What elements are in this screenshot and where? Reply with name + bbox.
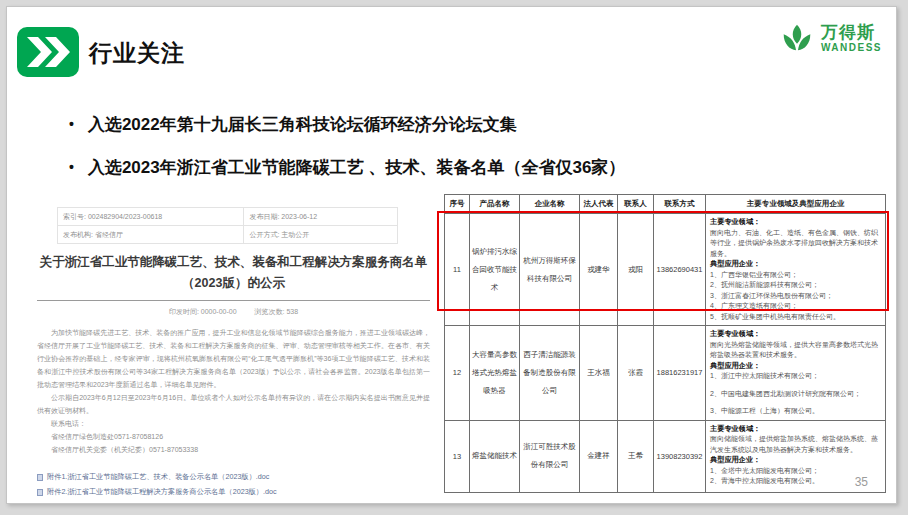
- table-row: 12 大容量高参数塔式光热熔盐吸热器 西子清洁能源装备制造股份有限公司 王水福 …: [445, 326, 886, 421]
- cell-phone: 13862690431: [654, 214, 706, 326]
- attachment-text: 附件2.浙江省工业节能降碳工程解决方案服务商公示名单（2023版）.doc: [47, 487, 277, 497]
- col-header-company: 企业名称: [520, 195, 580, 214]
- listing-table-panel: 序号 产品名称 企业名称 法人代表 联系人 联系方式 主要专业领域及典型应用企业…: [444, 194, 885, 493]
- apps-label: 典型应用企业：: [710, 455, 881, 466]
- document-info-line: 印发时间: 0000-00-00 浏览次数: 538: [37, 307, 430, 317]
- attachment-link-1: 附件1.浙江省工业节能降碳工艺、技术、装备公示名单（2023版）.doc: [37, 472, 430, 482]
- bullet-text: 入选2022年第十九届长三角科技论坛循环经济分论坛文集: [88, 113, 517, 136]
- table-header-row: 序号 产品名称 企业名称 法人代表 联系人 联系方式 主要专业领域及典型应用企业: [445, 195, 886, 214]
- cell-details: 主要专业领域： 面向光热熔盐储能等领域，提供大容量高参数塔式光热熔盐吸热器装置和…: [706, 326, 886, 421]
- app-item: 5、抚顺矿业集团中机热电有限责任公司。: [710, 312, 881, 323]
- table-row: 13 熔盐储能技术 浙江可胜技术股份有限公司 金建祥 王希 1390823039…: [445, 420, 886, 492]
- bullet-dot: •: [69, 113, 74, 136]
- attachment-list: 附件1.浙江省工业节能降碳工艺、技术、装备公示名单（2023版）.doc 附件2…: [37, 472, 430, 497]
- attachment-link-2: 附件2.浙江省工业节能降碳工程解决方案服务商公示名单（2023版）.doc: [37, 487, 430, 497]
- cell-contact: 张霞: [618, 326, 654, 421]
- slide-card: 行业关注 万得斯 WANDESS • 入选2022年第十九届长三角科技论坛循环经…: [6, 6, 897, 504]
- divider: [37, 300, 430, 301]
- meta-publish-mode: 公开方式: 主动公开: [244, 226, 397, 244]
- domain-text: 面向电力、石油、化工、造纸、有色金属、钢铁、纺织等行业，提供锅炉余热废水零排放回…: [710, 228, 881, 260]
- cell-phone: 13908230392: [654, 420, 706, 492]
- col-header-legal: 法人代表: [580, 195, 618, 214]
- apps-label: 典型应用企业：: [710, 361, 881, 372]
- cell-company: 浙江可胜技术股份有限公司: [520, 420, 580, 492]
- col-header-details: 主要专业领域及典型应用企业: [706, 195, 886, 214]
- cell-contact: 王希: [618, 420, 654, 492]
- brand-logo: 万得斯 WANDESS: [778, 19, 882, 57]
- cell-product: 锅炉排污水综合回收节能技术: [470, 214, 520, 326]
- announcement-document: 索引号: 002482904/2023-00618 发布日期: 2023-06-…: [37, 207, 430, 497]
- domain-label: 主要专业领域：: [710, 424, 881, 435]
- cell-legal: 戎建华: [580, 214, 618, 326]
- document-title: 关于浙江省工业节能降碳工艺、技术、装备和工程解决方案服务商名单（2023版）的公…: [37, 252, 430, 293]
- domain-text: 面向储能领域，提供熔盐加热系统、熔盐储热系统、蒸汽发生系统以及电加热器解决方案和…: [710, 434, 881, 455]
- col-header-seq: 序号: [445, 195, 470, 214]
- meta-publish-org: 发布机构: 省经信厅: [58, 226, 244, 244]
- page-title: 行业关注: [89, 38, 185, 69]
- app-item: 3、浙江富春江环保热电股份有限公司；: [710, 291, 881, 302]
- doc-file-icon: [37, 474, 43, 481]
- bullet-item: • 入选2023年浙江省工业节能降碳工艺 、技术、装备名单（全省仅36家）: [69, 156, 625, 179]
- document-body: 为加快节能降碳先进工艺、技术、装备的推广应用，提升工业和信息化领域节能降碳综合服…: [37, 326, 430, 456]
- cell-legal: 金建祥: [580, 420, 618, 492]
- brand-subname: WANDESS: [821, 43, 882, 53]
- col-header-phone: 联系方式: [654, 195, 706, 214]
- contact-label: 联系电话：: [51, 417, 430, 430]
- app-item: 2、抚州能洁新能源科技有限公司；: [710, 280, 881, 291]
- meta-publish-date: 发布日期: 2023-06-12: [244, 208, 397, 226]
- cell-seq: 12: [445, 326, 470, 421]
- domain-label: 主要专业领域：: [710, 217, 881, 228]
- cell-company: 杭州万得斯环保科技有限公司: [520, 214, 580, 326]
- page-number: 35: [855, 475, 868, 489]
- paragraph: 公示期自2023年6月12日至2023年6月16日。单位或者个人如对公示名单持有…: [37, 391, 430, 417]
- bullet-item: • 入选2022年第十九届长三角科技论坛循环经济分论坛文集: [69, 113, 517, 136]
- print-time: 印发时间: 0000-00-00: [169, 308, 237, 315]
- cell-phone: 18816231917: [654, 326, 706, 421]
- col-header-product: 产品名称: [470, 195, 520, 214]
- double-chevron-icon: [17, 27, 79, 77]
- col-header-contact: 联系人: [618, 195, 654, 214]
- table-row: 11 锅炉排污水综合回收节能技术 杭州万得斯环保科技有限公司 戎建华 戎阳 13…: [445, 214, 886, 326]
- document-meta-table: 索引号: 002482904/2023-00618 发布日期: 2023-06-…: [57, 207, 398, 244]
- contact-phone-2: 省经信厅机关党委（机关纪委）0571-87053338: [51, 443, 430, 456]
- bullet-dot: •: [69, 156, 74, 179]
- wandess-plant-icon: [778, 19, 816, 57]
- paragraph: 为加快节能降碳先进工艺、技术、装备的推广应用，提升工业和信息化领域节能降碳综合服…: [37, 326, 430, 391]
- doc-file-icon: [37, 489, 43, 496]
- cell-product: 熔盐储能技术: [470, 420, 520, 492]
- view-count: 浏览次数: 538: [255, 308, 299, 315]
- listing-table: 序号 产品名称 企业名称 法人代表 联系人 联系方式 主要专业领域及典型应用企业…: [444, 194, 886, 493]
- brand-text: 万得斯 WANDESS: [821, 24, 882, 53]
- apps-label: 典型应用企业：: [710, 259, 881, 270]
- app-item: 3、中能源工程（上海）有限公司。: [710, 406, 881, 417]
- cell-company: 西子清洁能源装备制造股份有限公司: [520, 326, 580, 421]
- bullet-text: 入选2023年浙江省工业节能降碳工艺 、技术、装备名单（全省仅36家）: [88, 156, 625, 179]
- cell-contact: 戎阳: [618, 214, 654, 326]
- contact-phone-1: 省经信厅绿色制造处0571-87058126: [51, 430, 430, 443]
- domain-text: 面向光热熔盐储能等领域，提供大容量高参数塔式光热熔盐吸热器装置和技术服务。: [710, 340, 881, 361]
- cell-details: 主要专业领域： 面向电力、石油、化工、造纸、有色金属、钢铁、纺织等行业，提供锅炉…: [706, 214, 886, 326]
- brand-name: 万得斯: [821, 24, 882, 41]
- app-item: 1、广西华银铝业有限公司；: [710, 270, 881, 281]
- slide-stage: 行业关注 万得斯 WANDESS • 入选2022年第十九届长三角科技论坛循环经…: [0, 0, 908, 515]
- app-item: 4、广东理文造纸有限公司；: [710, 301, 881, 312]
- cell-seq: 11: [445, 214, 470, 326]
- attachment-text: 附件1.浙江省工业节能降碳工艺、技术、装备公示名单（2023版）.doc: [47, 472, 269, 482]
- cell-legal: 王水福: [580, 326, 618, 421]
- meta-index-no: 索引号: 002482904/2023-00618: [58, 208, 244, 226]
- app-item: 1、浙江中控太阳能技术有限公司；: [710, 371, 881, 382]
- domain-label: 主要专业领域：: [710, 329, 881, 340]
- cell-seq: 13: [445, 420, 470, 492]
- app-item: 2、中国电建集团西北勘测设计研究院有限公司；: [710, 389, 881, 400]
- cell-product: 大容量高参数塔式光热熔盐吸热器: [470, 326, 520, 421]
